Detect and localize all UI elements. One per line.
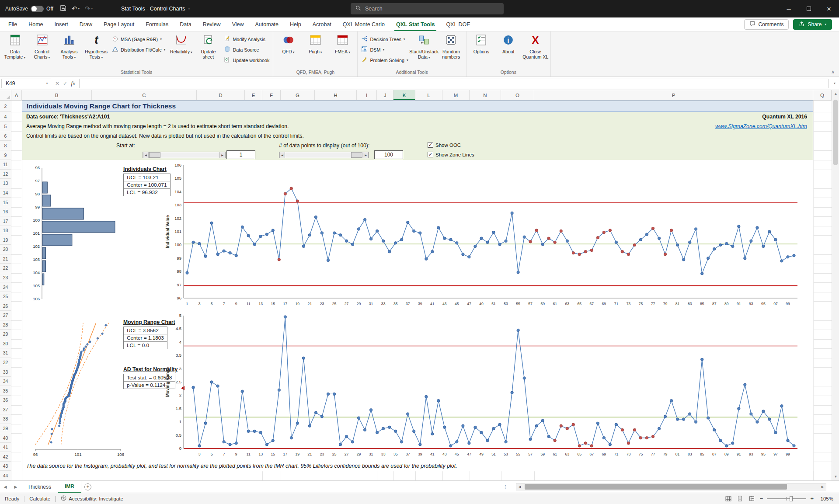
row-header-5[interactable]: 5 bbox=[0, 122, 11, 131]
modify-analysis-button[interactable]: Modify Analysis bbox=[222, 35, 271, 44]
row-header-16[interactable]: 16 bbox=[0, 207, 11, 217]
row-header-41[interactable]: 41 bbox=[0, 443, 11, 452]
row-header-22[interactable]: 22 bbox=[0, 264, 11, 273]
row-header-43[interactable]: 43 bbox=[0, 462, 11, 471]
start-at-scrollbar[interactable]: ◀ ▶ bbox=[143, 152, 226, 158]
ribbon-tab-formulas[interactable]: Formulas bbox=[140, 17, 174, 31]
row-header-2[interactable]: 2 bbox=[0, 101, 11, 112]
row-header-8[interactable]: 8 bbox=[0, 141, 11, 150]
options-button[interactable]: Options bbox=[468, 32, 494, 67]
row-header-24[interactable]: 24 bbox=[0, 282, 11, 292]
update-sheet-button[interactable]: Update sheet bbox=[195, 32, 221, 67]
collapse-ribbon-button[interactable]: ∧ bbox=[831, 69, 835, 75]
column-header-H[interactable]: H bbox=[315, 90, 357, 100]
stack-unstack-data-button[interactable]: Stack/Unstack Data ▾ bbox=[411, 32, 437, 67]
autosave-toggle[interactable]: AutoSave Off bbox=[5, 6, 53, 12]
save-button[interactable] bbox=[58, 3, 69, 15]
ribbon-tab-page-layout[interactable]: Page Layout bbox=[98, 17, 140, 31]
scroll-right-icon[interactable]: ▶ bbox=[363, 152, 369, 158]
sheet-tab-thickness[interactable]: Thickness bbox=[21, 481, 58, 493]
column-header-E[interactable]: E bbox=[245, 90, 262, 100]
ribbon-tab-qxl-stat-tools[interactable]: QXL Stat Tools bbox=[390, 17, 440, 31]
next-sheet-button[interactable]: ▶ bbox=[10, 481, 21, 493]
status-calculate[interactable]: Calculate bbox=[24, 493, 55, 504]
ribbon-tab-acrobat[interactable]: Acrobat bbox=[307, 17, 337, 31]
close-quantum-xl-button[interactable]: XClose Quantum XL bbox=[522, 32, 549, 67]
control-charts-button[interactable]: Control Charts ▾ bbox=[29, 32, 55, 67]
ribbon-tab-automate[interactable]: Automate bbox=[250, 17, 285, 31]
hypothesis-tests-button[interactable]: tHypothesis Tests ▾ bbox=[83, 32, 109, 67]
scroll-right-icon[interactable]: ▶ bbox=[819, 483, 826, 490]
column-header-Q[interactable]: Q bbox=[813, 90, 832, 100]
vertical-scroll-thumb[interactable] bbox=[833, 100, 838, 165]
ribbon-tab-data[interactable]: Data bbox=[174, 17, 197, 31]
thickness-histogram[interactable]: 96979899100101102103104105106 bbox=[28, 163, 120, 307]
dsm-button[interactable]: DSM▾ bbox=[359, 45, 410, 54]
row-header-32[interactable]: 32 bbox=[0, 358, 11, 368]
row-header-42[interactable]: 42 bbox=[0, 452, 11, 462]
ribbon-tab-draw[interactable]: Draw bbox=[74, 17, 98, 31]
column-header-M[interactable]: M bbox=[442, 90, 470, 100]
column-header-B[interactable]: B bbox=[22, 90, 92, 100]
column-header-D[interactable]: D bbox=[197, 90, 245, 100]
row-header-6[interactable]: 6 bbox=[0, 131, 11, 141]
update-workbook-button[interactable]: Update workbook bbox=[222, 56, 271, 65]
scroll-right-icon[interactable]: ▶ bbox=[219, 152, 225, 158]
reliability-button[interactable]: Reliability ▾ bbox=[168, 32, 194, 67]
row-header-34[interactable]: 34 bbox=[0, 377, 11, 386]
row-header-15[interactable]: 15 bbox=[0, 198, 11, 207]
distribution-fit-calc-button[interactable]: Distribution Fit/Calc▾ bbox=[110, 45, 167, 54]
row-header-18[interactable]: 18 bbox=[0, 226, 11, 236]
row-header-36[interactable]: 36 bbox=[0, 396, 11, 405]
show-zone-lines-checkbox[interactable]: ✓ Show Zone Lines bbox=[428, 152, 474, 157]
individuals-chart[interactable]: 1061051041031021011009998979613579111315… bbox=[164, 162, 804, 309]
row-header-31[interactable]: 31 bbox=[0, 348, 11, 358]
row-header-4[interactable]: 4 bbox=[0, 112, 11, 122]
vendor-link[interactable]: www.SigmaZone.com/QuantumXL.htm bbox=[645, 123, 807, 129]
column-header-F[interactable]: F bbox=[262, 90, 281, 100]
column-header-P[interactable]: P bbox=[534, 90, 813, 100]
select-all-corner[interactable] bbox=[0, 90, 11, 101]
page-break-view-icon[interactable] bbox=[748, 495, 756, 503]
column-header-L[interactable]: L bbox=[415, 90, 442, 100]
row-header-17[interactable]: 17 bbox=[0, 216, 11, 226]
column-header-K[interactable]: K bbox=[393, 90, 415, 100]
row-header-12[interactable]: 12 bbox=[0, 170, 11, 179]
row-header-35[interactable]: 35 bbox=[0, 386, 11, 396]
scroll-up-icon[interactable]: ▲ bbox=[832, 92, 839, 96]
row-header-38[interactable]: 38 bbox=[0, 414, 11, 424]
comments-button[interactable]: Comments bbox=[744, 19, 789, 30]
row-header-20[interactable]: 20 bbox=[0, 245, 11, 254]
row-header-13[interactable]: 13 bbox=[0, 179, 11, 188]
maximize-button[interactable] bbox=[799, 0, 819, 17]
row-header-44[interactable]: 44 bbox=[0, 471, 11, 480]
row-header-40[interactable]: 40 bbox=[0, 433, 11, 443]
zoom-in-button[interactable]: + bbox=[810, 495, 814, 502]
undo-button[interactable]: ↶▾ bbox=[70, 3, 82, 15]
accessibility-status[interactable]: Accessibility: Investigate bbox=[56, 493, 128, 504]
ribbon-tab-qxl-monte-carlo[interactable]: QXL Monte Carlo bbox=[337, 17, 390, 31]
normal-view-icon[interactable] bbox=[724, 495, 732, 503]
analysis-tools-button[interactable]: Analysis Tools ▾ bbox=[56, 32, 82, 67]
page-layout-view-icon[interactable] bbox=[736, 495, 744, 503]
row-header-21[interactable]: 21 bbox=[0, 254, 11, 264]
show-ooc-checkbox[interactable]: ✓ Show OOC bbox=[428, 142, 461, 148]
decision-trees-button[interactable]: Decision Trees▾ bbox=[359, 35, 410, 44]
row-header-37[interactable]: 37 bbox=[0, 405, 11, 415]
fmea-button[interactable]: FMEA ▾ bbox=[329, 32, 355, 67]
moving-range-chart[interactable]: 54.543.532.521.510.503579111315171921232… bbox=[164, 312, 804, 460]
ribbon-tab-qxl-doe[interactable]: QXL DOE bbox=[440, 17, 476, 31]
row-header-19[interactable]: 19 bbox=[0, 235, 11, 245]
name-box[interactable]: K49 bbox=[1, 79, 43, 88]
row-header-27[interactable]: 27 bbox=[0, 311, 11, 320]
scroll-left-icon[interactable]: ◀ bbox=[516, 483, 523, 490]
about-button[interactable]: iAbout bbox=[495, 32, 522, 67]
close-button[interactable]: ✕ bbox=[819, 0, 839, 17]
row-header-14[interactable]: 14 bbox=[0, 188, 11, 198]
count-scrollbar[interactable]: ◀ ▶ bbox=[279, 152, 369, 158]
ribbon-tab-review[interactable]: Review bbox=[197, 17, 226, 31]
column-header-N[interactable]: N bbox=[470, 90, 501, 100]
autosave-switch[interactable] bbox=[31, 6, 44, 12]
start-at-value[interactable]: 1 bbox=[226, 150, 255, 159]
ribbon-tab-insert[interactable]: Insert bbox=[49, 17, 74, 31]
